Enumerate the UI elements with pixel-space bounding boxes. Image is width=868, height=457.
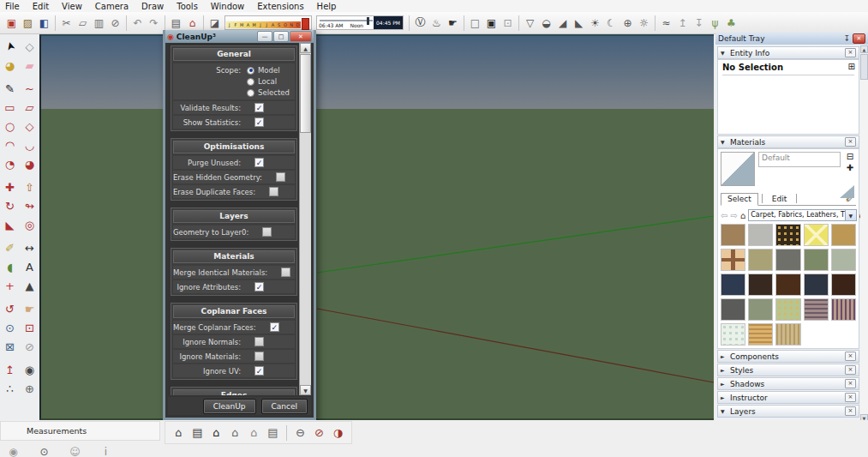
close-group-icon[interactable]: × — [845, 352, 856, 361]
tool-move[interactable]: ✚ — [0, 177, 20, 196]
materials-close-icon[interactable]: × — [845, 137, 856, 147]
view-front-icon[interactable]: ⌂ — [209, 424, 224, 441]
checkbox-ignore-normals[interactable] — [254, 337, 264, 346]
material-swatch[interactable] — [748, 224, 773, 246]
tool-zoom-window[interactable]: ⊡ — [20, 318, 39, 337]
tool-freehand[interactable]: ~ — [20, 79, 39, 98]
print-icon[interactable]: ▤ — [169, 15, 183, 31]
tool-polygon[interactable]: ◇ — [20, 117, 39, 135]
tool-position-camera[interactable]: ↥ — [0, 360, 20, 379]
checkbox-merge-coplanar-faces[interactable]: ✓ — [270, 322, 279, 332]
fur-icon[interactable]: ψ — [708, 15, 722, 31]
tool-offset[interactable]: ◎ — [20, 215, 39, 234]
close-group-icon[interactable]: × — [845, 393, 856, 402]
tool-dimension[interactable]: ↔ — [20, 238, 39, 257]
checkbox-geometry-to-layer0[interactable] — [262, 227, 272, 237]
checkbox-ignore-uv[interactable]: ✓ — [254, 366, 264, 376]
dome-light-icon[interactable]: ▽ — [523, 15, 537, 31]
export-proxy-icon[interactable]: ↥ — [675, 15, 690, 31]
material-swatch[interactable] — [748, 249, 773, 271]
tool-make-component[interactable]: ◇ — [20, 37, 39, 56]
entity-info-close-icon[interactable]: × — [845, 48, 856, 57]
material-swatch[interactable] — [775, 298, 800, 321]
menu-view[interactable]: View — [62, 2, 82, 11]
view-back-icon[interactable]: ⌂ — [247, 424, 261, 441]
view-left-icon[interactable]: ▤ — [266, 424, 280, 441]
mesh-light-icon[interactable]: ☾ — [604, 15, 619, 31]
tool-eraser[interactable]: ▰ — [20, 56, 39, 75]
tool-circle[interactable]: ○ — [0, 117, 20, 135]
tool-follow-me[interactable]: ↬ — [20, 196, 39, 215]
tool-arc[interactable]: ◠ — [0, 135, 20, 154]
checkbox-merge-identical-materials[interactable] — [281, 268, 290, 277]
menu-edit[interactable]: Edit — [33, 2, 49, 11]
cleanup-button[interactable]: CleanUp — [203, 399, 256, 414]
paste-icon[interactable]: ▥ — [92, 15, 106, 31]
checkbox-erase-hidden-geometry[interactable] — [276, 172, 285, 182]
vray-icon[interactable]: Ⓥ — [413, 15, 428, 31]
view-top-icon[interactable]: ▤ — [190, 424, 205, 441]
tool-rotate[interactable]: ↻ — [0, 196, 20, 215]
chevron-down-icon[interactable]: ▼ — [845, 210, 856, 220]
dialog-titlebar[interactable]: ◉ CleanUp³ — □ ✕ — [165, 30, 314, 43]
tool-select[interactable]: ➤ — [0, 34, 21, 58]
viewport[interactable] — [39, 34, 714, 420]
maximize-icon[interactable]: □ — [273, 31, 289, 42]
scroll-thumb[interactable] — [300, 54, 311, 133]
group-header-layers[interactable]: ▼Layers× — [717, 405, 859, 418]
sun-light-icon[interactable]: ☼ — [637, 15, 651, 31]
section-fill-display-icon[interactable]: ◑ — [331, 424, 345, 441]
material-swatch[interactable] — [831, 298, 856, 321]
date-slider-handle[interactable] — [302, 18, 309, 30]
open-model-icon[interactable]: ▨ — [21, 15, 35, 31]
menu-help[interactable]: Help — [317, 2, 337, 11]
shadows-toggle-icon[interactable]: ◪ — [207, 15, 222, 31]
material-swatch[interactable] — [804, 249, 829, 271]
scroll-up-icon[interactable]: ▲ — [300, 43, 311, 53]
tool-two-point-arc[interactable]: ◡ — [20, 135, 39, 154]
dome-light-2-icon[interactable]: ⊕ — [620, 15, 635, 31]
minimize-icon[interactable]: — — [257, 31, 272, 42]
checkbox-erase-duplicate-faces[interactable] — [269, 187, 278, 196]
asset-editor-icon[interactable]: □ — [468, 15, 482, 31]
paint-sample-swatch[interactable] — [840, 185, 854, 198]
sphere-light-icon[interactable]: ◒ — [539, 15, 554, 31]
info-icon[interactable]: i — [99, 443, 113, 457]
user-account-icon[interactable]: ☺ — [68, 443, 82, 457]
time-slider-handle[interactable] — [367, 17, 369, 25]
geolocation-icon[interactable]: ◉ — [6, 443, 21, 457]
material-swatch[interactable] — [775, 249, 800, 271]
radio-option-model[interactable]: Model — [247, 66, 280, 75]
material-swatch[interactable] — [775, 274, 800, 296]
group-header-shadows[interactable]: ►Shadows× — [717, 377, 859, 390]
entity-details-toggle-icon[interactable]: ⊞ — [848, 62, 855, 71]
tab-select[interactable]: Select — [721, 193, 758, 206]
material-swatch[interactable] — [775, 323, 800, 346]
menu-camera[interactable]: Camera — [95, 2, 129, 11]
material-swatch[interactable] — [831, 249, 856, 271]
material-swatch[interactable] — [775, 224, 800, 246]
tool-walk[interactable]: ∴ — [0, 379, 20, 398]
new-model-icon[interactable]: ▣ — [4, 15, 19, 31]
material-swatch[interactable] — [831, 224, 856, 246]
view-right-icon[interactable]: ⌂ — [228, 424, 242, 441]
forward-arrow-icon[interactable]: ⇨ — [730, 211, 737, 220]
measurements-box[interactable]: Measurements — [0, 421, 160, 441]
material-swatch[interactable] — [748, 298, 773, 321]
radio-option-local[interactable]: Local — [247, 77, 277, 86]
tool-section-plane[interactable]: ⊕ — [20, 379, 39, 398]
tool-orbit[interactable]: ↺ — [0, 299, 20, 318]
tool-axes[interactable]: + — [0, 276, 20, 295]
claim-credit-icon[interactable]: ⊙ — [37, 443, 51, 457]
interactive-render-icon[interactable]: ☛ — [446, 15, 460, 31]
tool-protractor[interactable]: ◖ — [0, 257, 20, 276]
section-plane-display-icon[interactable]: ⊖ — [293, 424, 308, 441]
tray-header[interactable]: Default Tray ↧ ✕ — [715, 33, 868, 45]
material-swatch[interactable] — [748, 274, 773, 296]
home-icon[interactable]: ⌂ — [740, 211, 745, 220]
spot-light-icon[interactable]: ◢ — [555, 15, 570, 31]
tray-scrollbar[interactable]: ▲ ▼ — [860, 45, 868, 422]
close-group-icon[interactable]: × — [845, 406, 856, 416]
scroll-down-icon[interactable]: ▼ — [300, 385, 311, 395]
tab-edit[interactable]: Edit — [766, 194, 793, 205]
